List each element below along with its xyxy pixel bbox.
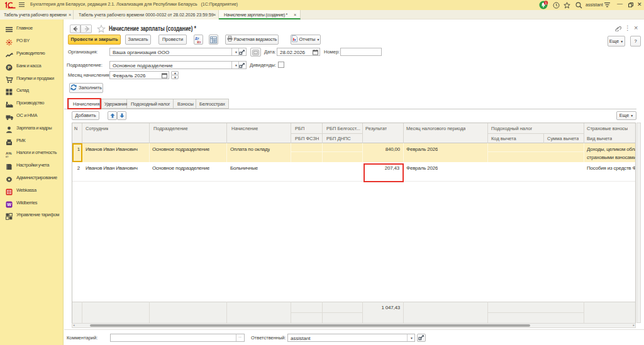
svg-text:1: 1	[545, 1, 547, 5]
svg-text:W: W	[7, 202, 11, 207]
svg-text:Кт: Кт	[197, 40, 201, 44]
svg-text:Р: Р	[8, 65, 11, 70]
svg-text:кт: кт	[6, 155, 9, 158]
